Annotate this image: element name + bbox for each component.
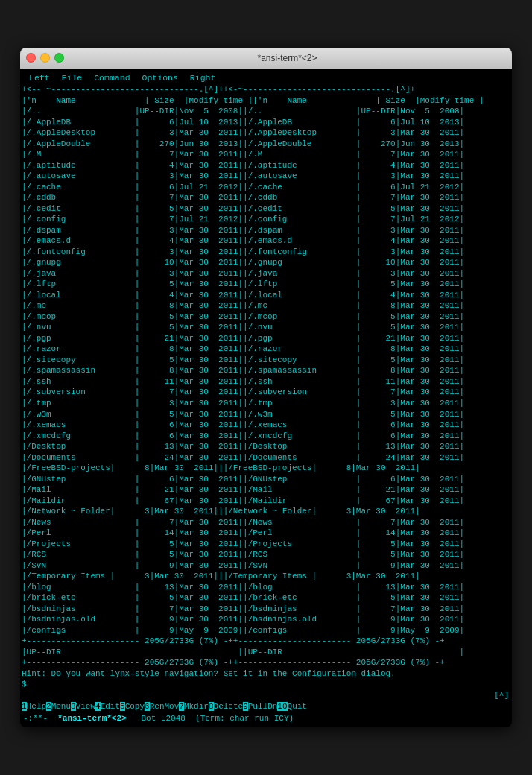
close-button[interactable]	[26, 53, 36, 63]
function-key-bar: 1Help2Menu3View4Edit5Copy6RenMov7Mkdir8D…	[22, 701, 510, 712]
maximize-button[interactable]	[54, 53, 64, 63]
menu-file[interactable]: File	[56, 72, 89, 84]
menu-bar[interactable]: Left File Command Options Right	[22, 72, 510, 85]
table-row[interactable]: |/Temporary Items | 3|Mar 30 2011|||/Tem…	[22, 571, 510, 582]
table-row[interactable]: |/.emacs.d | 4|Mar 30 2011||/.emacs.d | …	[22, 235, 510, 247]
table-row[interactable]: |/.sitecopy | 5|Mar 30 2011||/.sitecopy …	[22, 355, 510, 366]
fn-quit[interactable]: 10Quit	[277, 701, 307, 712]
table-row[interactable]: |/RCS | 5|Mar 30 2011||/RCS | 5|Mar 30 2…	[22, 549, 510, 560]
table-row[interactable]: |/blog | 13|Mar 30 2011||/blog | 13|Mar …	[22, 582, 510, 593]
table-row[interactable]: |/.fontconfig | 3|Mar 30 2011||/.fontcon…	[22, 247, 510, 258]
table-row[interactable]: |/Projects | 5|Mar 30 2011||/Projects | …	[22, 539, 510, 550]
updir-line: |UP--DIR ||UP--DIR |	[22, 647, 510, 658]
fn-edit[interactable]: 4Edit	[95, 701, 120, 712]
table-row[interactable]: |/.w3m | 5|Mar 30 2011||/.w3m | 5|Mar 30…	[22, 409, 510, 420]
modeline: -:**- *ansi-term*<2> Bot L2048 (Term: ch…	[22, 712, 510, 725]
fn-help[interactable]: 1Help	[22, 701, 46, 712]
table-row[interactable]: |/configs | 9|May 9 2009||/configs | 9|M…	[22, 625, 510, 636]
table-row[interactable]: |/.autosave | 3|Mar 30 2011||/.autosave …	[22, 171, 510, 182]
table-row[interactable]: |/bsdninjas | 7|Mar 30 2011||/bsdninjas …	[22, 604, 510, 615]
table-row[interactable]: |/.xemacs | 6|Mar 30 2011||/.xemacs | 6|…	[22, 420, 510, 431]
table-row[interactable]: |/FreeBSD-projects| 8|Mar 30 2011|||/Fre…	[22, 463, 510, 474]
table-row[interactable]: |/.aptitude | 4|Mar 30 2011||/.aptitude …	[22, 160, 510, 171]
table-row[interactable]: |/.AppleDouble | 270|Jun 30 2013||/.Appl…	[22, 139, 510, 150]
fn-menu[interactable]: 2Menu	[46, 701, 71, 712]
terminal-body[interactable]: Left File Command Options Right +<-- ~--…	[20, 69, 512, 728]
table-row[interactable]: |/.mc | 8|Mar 30 2011||/.mc | 8|Mar 30 2…	[22, 300, 510, 311]
hint-text: Hint: Do you want lynx-style navigation?…	[22, 668, 510, 680]
table-row[interactable]: |/.dspam | 3|Mar 30 2011||/.dspam | 3|Ma…	[22, 225, 510, 236]
minimize-button[interactable]	[40, 53, 50, 63]
table-row[interactable]: |/.cddb | 7|Mar 30 2011||/.cddb | 7|Mar …	[22, 192, 510, 203]
fn-view[interactable]: 3View	[71, 701, 95, 712]
table-row[interactable]: |/.xmcdcfg | 6|Mar 30 2011||/.xmcdcfg | …	[22, 431, 510, 442]
table-row[interactable]: |/.razor | 8|Mar 30 2011||/.razor | 8|Ma…	[22, 344, 510, 355]
menu-left[interactable]: Left	[23, 72, 56, 84]
table-row[interactable]: |/Desktop | 13|Mar 30 2011||/Desktop | 1…	[22, 441, 510, 452]
table-row[interactable]: |/.cedit | 5|Mar 30 2011||/.cedit | 5|Ma…	[22, 203, 510, 215]
separator-mid: +----------------------- 205G/2733G (7%)…	[22, 636, 510, 647]
table-row[interactable]: |/.nvu | 5|Mar 30 2011||/.nvu | 5|Mar 30…	[22, 322, 510, 333]
separator-bot: +----------------------- 205G/2733G (7%)…	[22, 657, 510, 668]
table-row[interactable]: |/.mcop | 5|Mar 30 2011||/.mcop | 5|Mar …	[22, 311, 510, 323]
table-row[interactable]: |/.M | 7|Mar 30 2011||/.M | 7|Mar 30 201…	[22, 149, 510, 160]
table-row[interactable]: |/.tmp | 3|Mar 30 2011||/.tmp | 3|Mar 30…	[22, 398, 510, 409]
modeline-buffer: *ansi-term*<2>	[57, 713, 126, 724]
table-row[interactable]: |/.subversion | 7|Mar 30 2011||/.subvers…	[22, 387, 510, 398]
table-row[interactable]: |/.spamassassin | 8|Mar 30 2011||/.spama…	[22, 365, 510, 376]
table-row[interactable]: |/GNUstep | 6|Mar 30 2011||/GNUstep | 6|…	[22, 474, 510, 485]
separator-top: +<-- ~------------------------------.[^]…	[22, 84, 510, 95]
table-row[interactable]: |/.AppleDesktop | 3|Mar 30 2011||/.Apple…	[22, 127, 510, 139]
table-row[interactable]: |/.ssh | 11|Mar 30 2011||/.ssh | 11|Mar …	[22, 376, 510, 388]
table-row[interactable]: |/.cache | 6|Jul 21 2012||/.cache | 6|Ju…	[22, 182, 510, 193]
fn-delete[interactable]: 8Delete	[209, 701, 243, 712]
modeline-text: -:**-	[23, 713, 57, 724]
table-row[interactable]: |/.local | 4|Mar 30 2011||/.local | 4|Ma…	[22, 290, 510, 301]
fn-renmov[interactable]: 6RenMov	[145, 701, 179, 712]
table-row[interactable]: |/.lftp | 5|Mar 30 2011||/.lftp | 5|Mar …	[22, 279, 510, 290]
table-row[interactable]: |/.. |UP--DIR|Nov 5 2008||/.. |UP--DIR|N…	[22, 106, 510, 117]
column-header: |'n Name | Size |Modify time ||'n Name |…	[22, 95, 510, 107]
scroll-indicator: [^]	[494, 690, 509, 701]
fn-pulldn[interactable]: 9PullDn	[243, 701, 277, 712]
table-row[interactable]: |/Maildir | 67|Mar 30 2011||/Maildir | 6…	[22, 496, 510, 507]
menu-options[interactable]: Options	[136, 72, 184, 84]
window-title: *ansi-term*<2>	[69, 53, 506, 63]
terminal-window: *ansi-term*<2> Left File Command Options…	[20, 48, 512, 728]
table-row[interactable]: |/.java | 3|Mar 30 2011||/.java | 3|Mar …	[22, 268, 510, 279]
table-row[interactable]: |/Perl | 14|Mar 30 2011||/Perl | 14|Mar …	[22, 528, 510, 539]
prompt-line[interactable]: $	[22, 679, 510, 690]
table-row[interactable]: |/News | 7|Mar 30 2011||/News | 7|Mar 30…	[22, 517, 510, 528]
fn-mkdir[interactable]: 7Mkdir	[179, 701, 209, 712]
modeline-info: Bot L2048 (Term: char run ICY)	[127, 713, 294, 724]
table-row[interactable]: |/.gnupg | 10|Mar 30 2011||/.gnupg | 10|…	[22, 257, 510, 268]
table-row[interactable]: |/.AppleDB | 6|Jul 10 2013||/.AppleDB | …	[22, 117, 510, 128]
menu-right[interactable]: Right	[184, 72, 222, 84]
table-row[interactable]: |/Documents | 24|Mar 30 2011||/Documents…	[22, 452, 510, 464]
table-row[interactable]: |/.config | 7|Jul 21 2012||/.config | 7|…	[22, 214, 510, 225]
fn-copy[interactable]: 5Copy	[120, 701, 145, 712]
titlebar: *ansi-term*<2>	[20, 48, 512, 69]
table-row[interactable]: |/Mail | 21|Mar 30 2011||/Mail | 21|Mar …	[22, 484, 510, 496]
table-row[interactable]: |/.pgp | 21|Mar 30 2011||/.pgp | 21|Mar …	[22, 333, 510, 344]
table-row[interactable]: |/brick-etc | 5|Mar 30 2011||/brick-etc …	[22, 592, 510, 604]
table-row[interactable]: |/bsdninjas.old | 9|Mar 30 2011||/bsdnin…	[22, 614, 510, 625]
table-row[interactable]: |/Network ~ Folder| 3|Mar 30 2011|||/Net…	[22, 506, 510, 517]
menu-command[interactable]: Command	[88, 72, 136, 84]
table-row[interactable]: |/SVN | 9|Mar 30 2011||/SVN | 9|Mar 30 2…	[22, 560, 510, 572]
